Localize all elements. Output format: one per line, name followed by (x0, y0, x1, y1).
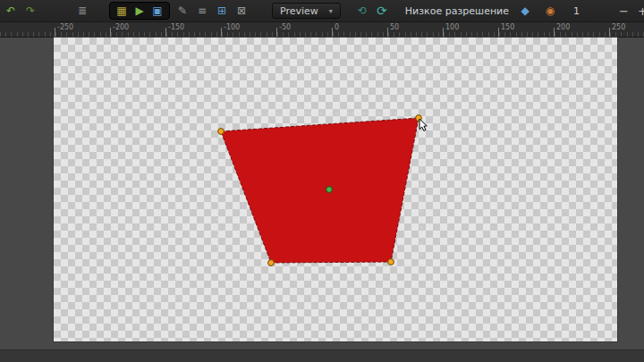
ruler-label: -100 (224, 23, 240, 31)
update-icon[interactable]: ⟲ (355, 4, 369, 18)
decrement-button[interactable]: − (617, 5, 631, 17)
ruler-label: 100 (445, 23, 459, 31)
redo-icon[interactable]: ↷ (23, 4, 38, 18)
ruler-major-tick (609, 28, 610, 37)
region-shape[interactable] (221, 118, 419, 263)
chevron-down-icon: ▾ (329, 7, 333, 15)
ruler-major-tick (165, 28, 166, 37)
snap-grid-icon[interactable]: ⊠ (234, 4, 249, 18)
render-target-icon[interactable]: ▣ (150, 4, 165, 18)
origin-handle[interactable] (326, 187, 333, 193)
canvas-overlay (54, 38, 617, 341)
ruler-label: 250 (612, 23, 625, 31)
refresh-icon[interactable]: ⟳ (375, 4, 389, 18)
render-settings-icon[interactable]: ▦ (114, 4, 129, 18)
sliders-icon[interactable]: ≡ (195, 4, 209, 18)
canvas[interactable] (54, 38, 617, 341)
ruler-label: -250 (57, 23, 73, 31)
preview-quality-dropdown[interactable]: Preview ▾ (272, 3, 341, 19)
preview-dropdown-label: Preview (280, 5, 318, 17)
onion-past-value[interactable]: 1 (573, 5, 580, 17)
vertex-handle[interactable] (388, 259, 394, 265)
quality-gem-icon[interactable]: ◆ (518, 4, 532, 18)
ruler-major-tick (554, 28, 555, 37)
ruler-label: 0 (335, 23, 339, 31)
low-resolution-label[interactable]: Низкое разрешение (405, 5, 509, 17)
ruler-major-tick (110, 28, 111, 37)
preview-play-icon[interactable]: ▶ (132, 4, 147, 18)
onion-skin-icon[interactable]: ◉ (543, 4, 557, 18)
canvas-toolbar: ↶ ↷ ≣ ▦ ▶ ▣ ✎ ≡ ⊞ ⊠ Preview ▾ ⟲ ⟳ Низкое… (0, 0, 644, 22)
ruler-major-tick (332, 28, 333, 37)
history-icon[interactable]: ≣ (75, 4, 89, 18)
ruler-label: 150 (501, 23, 514, 31)
undo-icon[interactable]: ↶ (4, 4, 18, 18)
horizontal-ruler[interactable]: -250-200-150-100-50050100150200250 (0, 22, 644, 38)
ruler-label: -50 (279, 23, 291, 31)
ruler-major-tick (221, 28, 222, 37)
ruler-label: 50 (390, 23, 399, 31)
ruler-label: -150 (168, 23, 184, 31)
mouse-cursor (419, 119, 427, 130)
vertex-handle[interactable] (218, 129, 225, 135)
ruler-major-tick (443, 28, 444, 37)
vertex-handle[interactable] (268, 260, 275, 266)
ruler-major-tick (276, 28, 277, 37)
render-button-group: ▦ ▶ ▣ (109, 2, 170, 20)
ruler-label: -200 (113, 23, 129, 31)
ruler-major-tick (498, 28, 499, 37)
ruler-major-tick (55, 28, 55, 37)
ruler-major-tick (387, 28, 388, 37)
increment-button[interactable]: + (636, 5, 644, 17)
grid-toggle-icon[interactable]: ⊞ (215, 4, 229, 18)
bottom-bar (0, 349, 644, 362)
ruler-label: 200 (556, 23, 570, 31)
edit-mode-icon[interactable]: ✎ (175, 4, 190, 18)
